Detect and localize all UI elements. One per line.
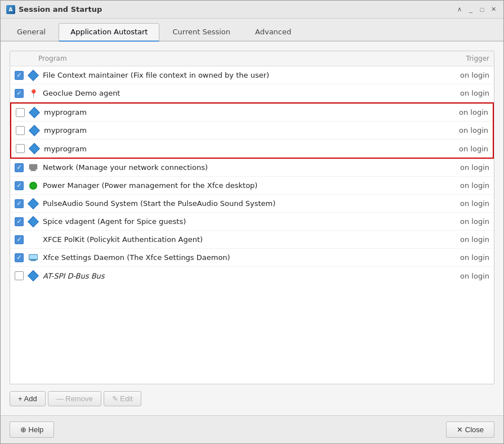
program-label: XFCE PolKit (Policykit Authentication Ag…: [43, 235, 203, 244]
program-label: myprogram: [44, 126, 87, 134]
svg-rect-5: [31, 260, 35, 261]
xfce-settings-icon: [28, 253, 38, 263]
footer: ⊕ Help ✕ Close: [1, 415, 503, 443]
tab-application-autostart[interactable]: Application Autostart: [59, 23, 159, 42]
trigger-label: on login: [444, 272, 489, 280]
tab-general[interactable]: General: [5, 23, 57, 41]
window-title: Session and Startup: [19, 5, 102, 14]
table-row: AT-SPI D-Bus Bus on login: [10, 267, 494, 285]
svg-rect-2: [30, 171, 36, 171]
checkbox-myprogram-1[interactable]: [16, 108, 25, 117]
checkbox-power[interactable]: [15, 181, 24, 190]
program-label: myprogram: [44, 108, 87, 116]
table-row: myprogram on login: [11, 104, 493, 122]
trigger-label: on login: [444, 217, 489, 226]
network-icon: [28, 163, 38, 173]
program-label: Network (Manage your network connections…: [43, 163, 208, 172]
checkbox-spice[interactable]: [15, 217, 24, 226]
svg-rect-1: [31, 169, 35, 171]
program-label: Geoclue Demo agent: [43, 89, 120, 97]
table-row: myprogram on login: [11, 140, 493, 158]
diamond-icon: [28, 271, 38, 281]
trigger-label: on login: [444, 235, 489, 244]
program-label: myprogram: [44, 145, 87, 153]
diamond-icon: [28, 217, 38, 227]
window-maximize-button[interactable]: _: [466, 5, 475, 14]
trigger-label: on login: [443, 108, 488, 116]
trigger-label: on login: [444, 199, 489, 208]
svg-rect-0: [29, 164, 37, 169]
content-area: Program Trigger File Context maintainer …: [1, 42, 503, 415]
trigger-label: on login: [444, 71, 489, 79]
remove-button[interactable]: — Remove: [48, 391, 101, 406]
program-label: PulseAudio Sound System (Start the Pulse…: [43, 199, 275, 208]
column-header-trigger: Trigger: [444, 55, 489, 62]
program-label: Spice vdagent (Agent for Spice guests): [43, 217, 186, 226]
power-icon: [28, 181, 38, 191]
titlebar: A Session and Startup ∧ _ □ ✕: [1, 1, 503, 19]
checkbox-xfce-settings[interactable]: [15, 253, 24, 262]
table-row: myprogram on login: [11, 122, 493, 140]
trigger-label: on login: [443, 145, 488, 153]
table-row: Xfce Settings Daemon (The Xfce Settings …: [10, 249, 494, 267]
diamond-icon: [29, 143, 39, 154]
diamond-icon: [28, 70, 38, 80]
add-button[interactable]: + Add: [10, 391, 46, 406]
svg-rect-6: [30, 261, 36, 261]
table-row: Power Manager (Power management for the …: [10, 177, 494, 195]
diamond-icon: [29, 107, 39, 118]
table-row: File Context maintainer (Fix file contex…: [10, 66, 494, 84]
column-header-program: Program: [38, 55, 444, 62]
checkbox-polkit[interactable]: [15, 235, 24, 244]
program-label: File Context maintainer (Fix file contex…: [43, 71, 269, 79]
diamond-icon: [29, 125, 39, 136]
trigger-label: on login: [444, 89, 489, 97]
checkbox-geoclue[interactable]: [15, 89, 24, 98]
trigger-label: on login: [444, 253, 489, 262]
help-button[interactable]: ⊕ Help: [10, 421, 54, 438]
list-header: Program Trigger: [10, 51, 494, 66]
pin-icon: 📍: [28, 88, 38, 98]
program-label: AT-SPI D-Bus Bus: [43, 272, 105, 280]
autostart-list: Program Trigger File Context maintainer …: [10, 51, 494, 384]
trigger-label: on login: [443, 126, 488, 134]
checkbox-pulseaudio[interactable]: [15, 199, 24, 208]
tab-current-session[interactable]: Current Session: [160, 23, 242, 41]
checkbox-myprogram-2[interactable]: [16, 126, 25, 135]
table-row: Spice vdagent (Agent for Spice guests) o…: [10, 213, 494, 231]
table-row: PulseAudio Sound System (Start the Pulse…: [10, 195, 494, 213]
checkbox-atspi[interactable]: [15, 271, 24, 280]
diamond-icon: [28, 199, 38, 209]
window-controls: ∧ _ □ ✕: [455, 5, 498, 14]
trigger-label: on login: [444, 163, 489, 172]
checkbox-network[interactable]: [15, 163, 24, 172]
program-label: Xfce Settings Daemon (The Xfce Settings …: [43, 253, 230, 262]
table-row: 📍 Geoclue Demo agent on login: [10, 84, 494, 102]
window: A Session and Startup ∧ _ □ ✕ General Ap…: [0, 0, 504, 444]
app-icon: A: [6, 5, 15, 14]
edit-button[interactable]: ✎ Edit: [104, 391, 141, 406]
table-row: XFCE PolKit (Policykit Authentication Ag…: [10, 231, 494, 249]
trigger-label: on login: [444, 181, 489, 190]
program-label: Power Manager (Power management for the …: [43, 181, 257, 190]
tab-advanced[interactable]: Advanced: [243, 23, 303, 41]
window-close-button[interactable]: ✕: [489, 5, 498, 14]
checkbox-myprogram-3[interactable]: [16, 144, 25, 153]
none-icon: [28, 235, 38, 245]
titlebar-left: A Session and Startup: [6, 5, 102, 14]
window-minimize-button[interactable]: ∧: [455, 5, 464, 14]
checkbox-file-context[interactable]: [15, 71, 24, 80]
close-button[interactable]: ✕ Close: [446, 421, 494, 438]
tab-bar: General Application Autostart Current Se…: [1, 19, 503, 42]
highlighted-group: myprogram on login myprogram on login: [10, 102, 494, 159]
table-row: Network (Manage your network connections…: [10, 159, 494, 177]
window-restore-button[interactable]: □: [478, 5, 487, 14]
svg-rect-4: [29, 255, 37, 259]
toolbar: + Add — Remove ✎ Edit: [10, 391, 494, 406]
